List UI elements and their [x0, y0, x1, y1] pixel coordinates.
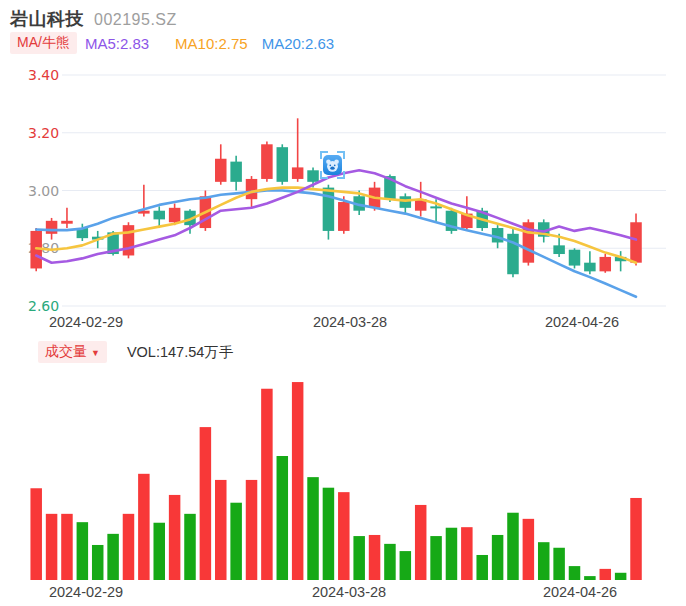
x-axis-date-label: 2024-02-29 [49, 584, 123, 600]
bear-icon [323, 155, 342, 175]
x-axis-date-label: 2024-02-29 [49, 314, 123, 330]
svg-text:3.00: 3.00 [28, 183, 59, 199]
x-axis-date-label: 2024-03-28 [313, 314, 387, 330]
x-axis-date-label: 2024-04-26 [543, 584, 617, 600]
bear-marker[interactable] [320, 151, 345, 179]
volume-value-label: VOL:147.54万手 [127, 343, 233, 362]
svg-text:2.60: 2.60 [28, 298, 59, 314]
x-axis-date-label: 2024-03-28 [312, 584, 386, 600]
volume-header: 成交量▼ VOL:147.54万手 [38, 341, 233, 363]
svg-text:3.20: 3.20 [28, 125, 59, 141]
volume-indicator-dropdown[interactable]: 成交量▼ [38, 341, 107, 363]
volume-bar-chart[interactable] [0, 368, 686, 582]
chevron-down-icon: ▼ [91, 348, 100, 358]
svg-text:3.40: 3.40 [28, 67, 59, 83]
x-axis-date-label: 2024-04-26 [545, 314, 619, 330]
